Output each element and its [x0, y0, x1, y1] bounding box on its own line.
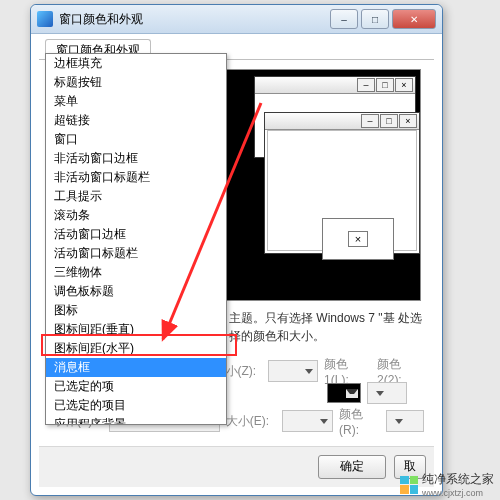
- watermark-brand: 纯净系统之家: [422, 471, 494, 488]
- dropdown-item[interactable]: 消息框: [46, 358, 226, 377]
- minimize-button[interactable]: –: [330, 9, 358, 29]
- watermark-url: www.cjxtzj.com: [422, 488, 494, 498]
- dropdown-item[interactable]: 图标间距(垂直): [46, 320, 226, 339]
- watermark-logo-icon: [400, 476, 418, 494]
- dropdown-item[interactable]: 滚动条: [46, 206, 226, 225]
- chevron-down-icon: [320, 419, 328, 424]
- dropdown-item[interactable]: 非活动窗口标题栏: [46, 168, 226, 187]
- dropdown-item[interactable]: 已选定的项: [46, 377, 226, 396]
- description-text: 主题。只有选择 Windows 7 "基 处选择的颜色和大小。: [229, 309, 429, 345]
- chevron-down-icon: [305, 369, 313, 374]
- dropdown-item[interactable]: 应用程序背景: [46, 415, 226, 425]
- color1-picker[interactable]: [327, 383, 361, 403]
- dropdown-item[interactable]: 超链接: [46, 111, 226, 130]
- close-button[interactable]: ✕: [392, 9, 436, 29]
- preview-msg-close-icon: ×: [348, 231, 368, 247]
- dropdown-item[interactable]: 非活动窗口边框: [46, 149, 226, 168]
- dropdown-item[interactable]: 调色板标题: [46, 282, 226, 301]
- titlebar[interactable]: 窗口颜色和外观 – □ ✕: [31, 5, 442, 34]
- chevron-down-icon: [395, 419, 403, 424]
- client-area: 窗口颜色和外观 –□× –□× × 边框填充标题按钮菜单超链接窗口非活动窗口边框…: [39, 39, 434, 487]
- fsize-select: [282, 410, 333, 432]
- dropdown-item[interactable]: 三维物体: [46, 263, 226, 282]
- fcolor-label: 颜色(R):: [339, 406, 380, 437]
- dropdown-item[interactable]: 工具提示: [46, 187, 226, 206]
- dropdown-item[interactable]: 图标: [46, 301, 226, 320]
- dropdown-item[interactable]: 菜单: [46, 92, 226, 111]
- preview-message-box: ×: [322, 218, 394, 260]
- maximize-button[interactable]: □: [361, 9, 389, 29]
- app-icon: [37, 11, 53, 27]
- color1-label: 颜色 1(L):: [324, 356, 371, 387]
- dropdown-item[interactable]: 窗口: [46, 130, 226, 149]
- size-spinner: [268, 360, 318, 382]
- dropdown-item[interactable]: 边框填充: [46, 54, 226, 73]
- fsize-label: 大小(E):: [226, 413, 276, 430]
- dialog-button-bar: 确定 取: [39, 446, 434, 487]
- item-dropdown-open[interactable]: 边框填充标题按钮菜单超链接窗口非活动窗口边框非活动窗口标题栏工具提示滚动条活动窗…: [45, 53, 227, 425]
- dropdown-item[interactable]: 活动窗口标题栏: [46, 244, 226, 263]
- dropdown-item[interactable]: 图标间距(水平): [46, 339, 226, 358]
- dropdown-item[interactable]: 已选定的项目: [46, 396, 226, 415]
- color2-picker: [367, 382, 407, 404]
- watermark: 纯净系统之家 www.cjxtzj.com: [400, 471, 494, 498]
- chevron-down-icon: [376, 391, 384, 396]
- window-color-appearance-dialog: 窗口颜色和外观 – □ ✕ 窗口颜色和外观 –□× –□× × 边框填充标题按钮…: [30, 4, 443, 496]
- fcolor-picker: [386, 410, 424, 432]
- dropdown-item[interactable]: 标题按钮: [46, 73, 226, 92]
- ok-button[interactable]: 确定: [318, 455, 386, 479]
- dropdown-item[interactable]: 活动窗口边框: [46, 225, 226, 244]
- chevron-down-icon: [346, 389, 358, 398]
- window-title: 窗口颜色和外观: [59, 11, 330, 28]
